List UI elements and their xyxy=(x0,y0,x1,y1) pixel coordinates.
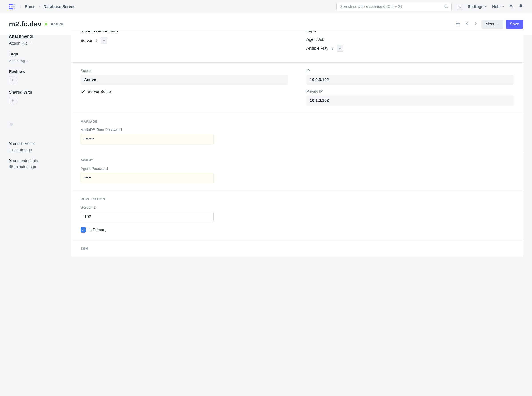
timeline-who: You xyxy=(9,142,16,146)
timeline-when: 45 minutes ago xyxy=(9,164,36,169)
print-icon[interactable] xyxy=(455,20,461,28)
log-item-agent-job[interactable]: Agent Job xyxy=(306,37,514,42)
chevron-right-icon xyxy=(19,4,22,9)
page-title: m2.fc.dev Active xyxy=(9,20,63,28)
settings-menu[interactable]: Settings xyxy=(468,4,487,9)
replication-heading: REPLICATION xyxy=(81,197,514,201)
plus-icon xyxy=(30,41,33,46)
ssh-heading: SSH xyxy=(81,247,514,250)
is-primary-label: Is Primary xyxy=(89,228,106,232)
shared-with-heading: Shared With xyxy=(9,90,69,95)
timeline-entry: You edited this 1 minute ago xyxy=(9,141,69,153)
attach-file-label: Attach File xyxy=(9,41,28,46)
status-section: Status Active Server Setup IP 10.0.3.102… xyxy=(71,63,523,113)
form-panel: Related Documents Server 1 Logs Agent Jo… xyxy=(71,31,523,257)
add-log-button[interactable] xyxy=(337,45,343,52)
server-id-label: Server ID xyxy=(81,205,514,210)
replication-section: REPLICATION Server ID Is Primary xyxy=(71,191,523,240)
mariadb-heading: MARIADB xyxy=(81,120,514,123)
reviews-heading: Reviews xyxy=(9,70,69,74)
checkbox-checked-icon xyxy=(81,227,86,233)
timeline: You edited this 1 minute ago You created… xyxy=(9,141,69,170)
help-menu[interactable]: Help xyxy=(492,4,504,9)
tags-heading: Tags xyxy=(9,52,69,57)
log-item-ansible-play[interactable]: Ansible Play 3 xyxy=(306,45,514,52)
top-bar: Press Database Server A Settings Help xyxy=(0,0,532,13)
chevron-down-icon xyxy=(502,5,504,8)
ip-value: 10.0.3.102 xyxy=(306,75,514,85)
help-label: Help xyxy=(492,4,501,9)
server-id-input[interactable] xyxy=(81,211,214,222)
logs-heading: Logs xyxy=(306,31,514,33)
status-text: Active xyxy=(51,22,63,27)
search-box[interactable] xyxy=(336,2,452,11)
add-related-button[interactable] xyxy=(101,37,107,44)
related-item-server[interactable]: Server 1 xyxy=(81,37,288,44)
related-logs-section: Related Documents Server 1 Logs Agent Jo… xyxy=(71,31,523,63)
ip-label: IP xyxy=(306,69,514,73)
timeline-action: created this xyxy=(17,158,38,163)
plus-icon xyxy=(11,78,14,82)
menu-button[interactable]: Menu xyxy=(481,19,503,29)
mariadb-section: MARIADB MariaDB Root Password xyxy=(71,113,523,152)
save-button[interactable]: Save xyxy=(506,19,523,29)
agent-pw-label: Agent Password xyxy=(81,167,514,171)
breadcrumb: Press Database Server xyxy=(19,4,75,9)
status-dot-icon xyxy=(45,23,47,25)
status-value: Active xyxy=(81,75,288,85)
timeline-who: You xyxy=(9,158,16,163)
log-label: Agent Job xyxy=(306,37,324,42)
mariadb-pw-label: MariaDB Root Password xyxy=(81,128,514,132)
tags-input[interactable]: Add a tag ... xyxy=(9,59,69,63)
heart-icon[interactable] xyxy=(9,123,13,128)
add-review-button[interactable] xyxy=(9,76,16,84)
prev-icon[interactable] xyxy=(464,20,470,28)
svg-line-1 xyxy=(447,7,448,8)
sidebar: Attachments Attach File Tags Add a tag .… xyxy=(9,30,71,256)
ssh-section: SSH xyxy=(71,240,523,257)
is-primary-checkbox[interactable]: Is Primary xyxy=(81,227,514,233)
breadcrumb-item-dbserver[interactable]: Database Server xyxy=(43,4,75,9)
agent-password-input[interactable] xyxy=(81,173,214,183)
search-input[interactable] xyxy=(340,4,444,9)
app-logo[interactable] xyxy=(9,4,15,9)
doc-name: m2.fc.dev xyxy=(9,20,42,28)
related-label: Server xyxy=(81,38,92,43)
chevron-right-icon xyxy=(38,4,41,9)
agent-heading: AGENT xyxy=(81,158,514,162)
private-ip-value: 10.1.3.102 xyxy=(306,96,514,105)
related-count: 1 xyxy=(95,38,98,43)
timeline-entry: You created this 45 minutes ago xyxy=(9,158,69,170)
breadcrumb-item-press[interactable]: Press xyxy=(25,4,35,9)
settings-label: Settings xyxy=(468,4,483,9)
chevron-down-icon xyxy=(485,5,487,8)
private-ip-label: Private IP xyxy=(306,89,514,94)
menu-label: Menu xyxy=(485,22,495,26)
search-icon xyxy=(444,4,448,10)
bell-icon[interactable] xyxy=(519,4,523,10)
attachments-heading: Attachments xyxy=(9,34,69,39)
plus-icon xyxy=(11,99,14,103)
log-label: Ansible Play xyxy=(306,46,328,51)
status-label: Status xyxy=(81,69,288,73)
timeline-action: edited this xyxy=(17,142,35,146)
log-count: 3 xyxy=(331,46,334,51)
user-avatar[interactable]: A xyxy=(457,4,463,10)
agent-section: AGENT Agent Password xyxy=(71,152,523,191)
chevron-down-icon xyxy=(497,23,499,25)
add-share-button[interactable] xyxy=(9,97,16,105)
mariadb-password-input[interactable] xyxy=(81,134,214,144)
check-icon xyxy=(81,90,85,94)
related-documents-heading: Related Documents xyxy=(81,31,288,33)
server-setup-label: Server Setup xyxy=(88,89,111,94)
attach-file-button[interactable]: Attach File xyxy=(9,41,69,46)
next-icon[interactable] xyxy=(473,20,479,28)
timeline-when: 1 minute ago xyxy=(9,148,32,152)
chat-icon[interactable] xyxy=(509,4,514,10)
server-setup-checkbox[interactable]: Server Setup xyxy=(81,89,288,94)
